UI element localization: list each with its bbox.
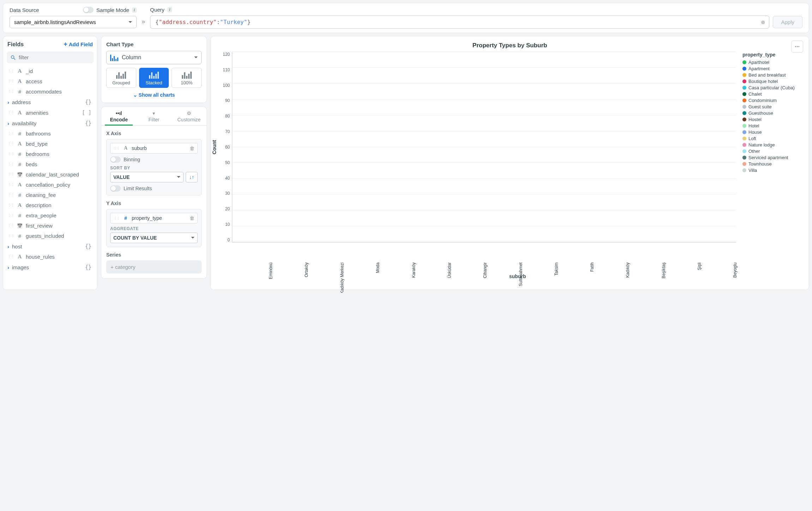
y-axis-box: ⋮⋮ # property_type 🗑 AGGREGATE COUNT BY … [106,209,202,247]
tab-encode[interactable]: ••ılEncode [101,107,136,125]
legend-item[interactable]: Guesthouse [742,110,803,116]
legend-item[interactable]: Condominium [742,98,803,103]
field-item[interactable]: ⋮⋮Adescription [3,200,96,210]
legend-item[interactable]: Guest suite [742,104,803,109]
field-name: accommodates [26,89,62,95]
x-tick: Taksim [554,263,582,293]
field-filter-text[interactable] [19,54,90,60]
field-item[interactable]: ⋮⋮#extra_people [3,210,96,221]
info-icon[interactable]: i [167,7,172,12]
field-item[interactable]: ⋮⋮Aaccess [3,76,96,86]
field-item[interactable]: ⋮⋮#cleaning_fee [3,190,96,200]
info-icon[interactable]: i [132,7,137,13]
field-item[interactable]: ⋮⋮#bedrooms [3,149,96,159]
data-source-select[interactable]: sample_airbnb.listingsAndReviews [10,16,137,28]
field-item[interactable]: ⋮⋮#accommodates [3,86,96,97]
add-field-label: Add Field [69,41,93,47]
legend-item[interactable]: Boutique hotel [742,79,803,84]
field-item[interactable]: ⋮⋮#beds [3,159,96,169]
y-field-chip[interactable]: ⋮⋮ # property_type 🗑 [110,213,198,223]
chart-subtype-100%[interactable]: 100% [172,68,202,88]
chart-subtype-stacked[interactable]: Stacked [139,68,169,88]
field-item[interactable]: ⋮⋮Acancellation_policy [3,180,96,190]
field-name: amenities [26,110,48,116]
data-source-value: sample_airbnb.listingsAndReviews [14,19,96,25]
field-item[interactable]: ›host{} [3,241,96,252]
x-tick: Kadıköy [626,263,654,293]
legend-item[interactable]: Villa [742,168,803,173]
legend-item[interactable]: Loft [742,136,803,141]
field-item[interactable]: ⋮⋮Abed_type [3,139,96,149]
legend-item[interactable]: Serviced apartment [742,155,803,160]
field-item[interactable]: ⋮⋮calendar_last_scraped [3,169,96,180]
chevron-down-icon [129,21,132,25]
field-item[interactable]: ›images{} [3,262,96,272]
grid-bars [232,52,736,242]
chart-type-select[interactable]: Column [106,51,202,64]
field-item[interactable]: ⋮⋮Aamenities[ ] [3,107,96,118]
binning-toggle[interactable] [110,156,121,163]
field-item[interactable]: ⋮⋮#bathrooms [3,128,96,139]
tab-filter[interactable]: ▾Filter [136,107,171,125]
limit-results-label: Limit Results [124,186,152,191]
tab-label: Customize [177,117,201,122]
grip-icon: ⋮⋮ [7,152,14,156]
field-name: first_review [26,223,53,229]
query-input[interactable]: {"address.country": "Turkey"} ⊗ [150,16,769,29]
show-all-charts-link[interactable]: ⌄ Show all charts [106,92,202,98]
main-row: Fields + Add Field ⋮⋮A_id⋮⋮Aaccess⋮⋮#acc… [0,36,812,293]
y-tick: 100 [223,83,230,88]
delete-icon[interactable]: 🗑 [190,145,195,151]
legend-item[interactable]: Other [742,149,803,154]
grip-icon: ⋮⋮ [7,254,14,259]
x-field-name: suburb [132,145,147,151]
aggregate-value: COUNT BY VALUE [113,235,157,241]
legend-item[interactable]: Bed and breakfast [742,72,803,78]
sort-by-select[interactable]: VALUE [110,172,184,182]
fields-title: Fields [7,41,24,48]
series-dropzone[interactable]: + category [106,260,202,273]
legend-swatch [742,149,746,153]
number-type-icon: # [123,215,129,221]
sample-mode-toggle[interactable] [83,7,94,13]
field-item[interactable]: ›address{} [3,97,96,107]
chart-subtype-grouped[interactable]: Grouped [106,68,136,88]
legend-item[interactable]: Nature lodge [742,142,803,148]
chart-title: Property Types by Suburb [472,42,547,49]
field-item[interactable]: ⋮⋮first_review [3,221,96,231]
binning-label: Binning [124,157,140,162]
field-item[interactable]: ⋮⋮A_id [3,66,96,76]
legend-item[interactable]: Apartment [742,66,803,71]
add-field-button[interactable]: + Add Field [64,41,93,48]
field-filter-input[interactable] [7,52,94,63]
sort-direction-button[interactable]: ↓↑ [186,172,198,182]
aggregate-select[interactable]: COUNT BY VALUE [110,233,198,243]
legend-swatch [742,143,746,147]
legend-item[interactable]: Hostel [742,117,803,122]
legend-item[interactable]: Hotel [742,123,803,128]
chart-menu-button[interactable]: ⋯ [791,41,803,53]
field-type-suffix: [ ] [82,109,91,116]
x-tick: Ortaköy [304,263,332,293]
field-name: address [12,99,31,105]
apply-button[interactable]: Apply [773,16,802,28]
legend-item[interactable]: Casa particular (Cuba) [742,85,803,90]
x-field-chip[interactable]: ⋮⋮ A suburb 🗑 [110,143,198,154]
field-list[interactable]: ⋮⋮A_id⋮⋮Aaccess⋮⋮#accommodates›address{}… [3,66,97,290]
chart-type-title: Chart Type [106,41,202,47]
legend-label: Other [748,149,760,154]
tab-customize[interactable]: ⚙Customize [172,107,207,125]
legend-item[interactable]: Townhouse [742,161,803,167]
field-item[interactable]: ›availability{} [3,118,96,128]
legend-item[interactable]: Chalet [742,91,803,97]
field-item[interactable]: ⋮⋮Ahouse_rules [3,252,96,262]
legend-item[interactable]: Aparthotel [742,60,803,65]
delete-icon[interactable]: 🗑 [190,215,195,221]
x-tick: Şişli [697,263,725,293]
field-name: beds [26,161,37,167]
field-item[interactable]: ⋮⋮#guests_included [3,231,96,241]
limit-results-toggle[interactable] [110,185,121,192]
clear-query-icon[interactable]: ⊗ [761,18,765,26]
x-tick: Eminönü [268,263,297,293]
legend-item[interactable]: House [742,130,803,135]
